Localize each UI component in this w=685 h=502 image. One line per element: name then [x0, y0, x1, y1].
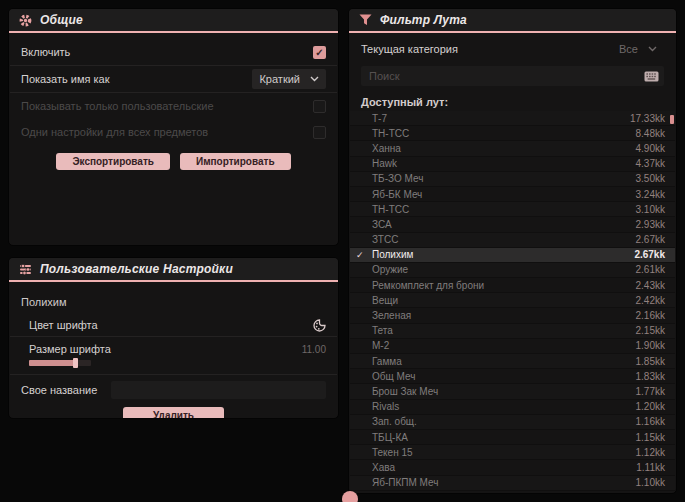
scrollbar-thumb[interactable]: [670, 115, 674, 124]
loot-row[interactable]: ТБ-ЗО Меч3.50kk: [350, 172, 675, 187]
loot-filter-panel: Фильтр Лута Текущая категория Все: [348, 8, 677, 494]
gear-icon: [19, 14, 32, 27]
display-name-value: Краткий: [259, 73, 300, 85]
loot-item-value: 2.93kk: [636, 219, 665, 230]
search-input[interactable]: [369, 70, 644, 82]
loot-item-value: 3.50kk: [636, 173, 665, 184]
font-color-label: Цвет шрифта: [29, 319, 98, 331]
loot-item-name: Т-7: [372, 113, 630, 124]
loot-row[interactable]: ЗСА2.93kk: [350, 217, 675, 232]
loot-row[interactable]: ТН-ТСС3.10kk: [350, 202, 675, 217]
loot-item-value: 1.15kk: [636, 432, 665, 443]
loot-row[interactable]: Гамма1.85kk: [350, 354, 675, 369]
palette-icon[interactable]: [313, 319, 326, 332]
loot-row[interactable]: ТН-ТСС8.48kk: [350, 126, 675, 141]
loot-row[interactable]: Зап. общ.1.16kk: [350, 415, 675, 430]
custom-settings-header: Пользовательские Настройки: [9, 258, 338, 282]
loot-row[interactable]: Текен 151.12kk: [350, 445, 675, 460]
loot-row[interactable]: Ремкомплект для брони2.43kk: [350, 278, 675, 293]
panel-title: Фильтр Лута: [380, 13, 467, 27]
loot-item-name: Полихим: [372, 249, 634, 260]
category-row: Текущая категория Все: [349, 37, 676, 61]
custom-name-row: Свое название: [9, 375, 338, 405]
delete-button[interactable]: Удалить: [123, 407, 224, 419]
loot-list: Т-717.33kkТН-ТСС8.48kkХанна4.90kkHawk4.3…: [350, 111, 675, 491]
loot-row[interactable]: Оружие2.61kk: [350, 263, 675, 278]
category-dropdown[interactable]: Все: [612, 39, 664, 59]
search-box: [361, 66, 664, 86]
export-button[interactable]: Экспортировать: [56, 153, 170, 170]
same-settings-checkbox[interactable]: [313, 126, 326, 139]
loot-row[interactable]: Ханна4.90kk: [350, 141, 675, 156]
loot-item-name: Hawk: [372, 158, 636, 169]
font-size-label: Размер шрифта: [29, 343, 111, 355]
loot-row[interactable]: Rivals1.20kk: [350, 400, 675, 415]
loot-filter-header: Фильтр Лута: [349, 9, 676, 33]
loot-row[interactable]: Зеленая2.16kk: [350, 308, 675, 323]
loot-row[interactable]: Т-717.33kk: [350, 111, 675, 126]
loot-row[interactable]: ТБЦ-КА1.15kk: [350, 430, 675, 445]
font-size-slider[interactable]: [29, 360, 91, 366]
slider-fill: [29, 360, 77, 366]
loot-row[interactable]: М-21.90kk: [350, 339, 675, 354]
loot-row[interactable]: Hawk4.37kk: [350, 157, 675, 172]
loot-item-name: ТН-ТСС: [372, 128, 636, 139]
loot-item-name: Яб-БК Меч: [372, 189, 636, 200]
loot-row[interactable]: Брош Зак Меч1.77kk: [350, 384, 675, 399]
chevron-down-icon: [648, 46, 657, 52]
loot-item-name: Текен 15: [372, 447, 636, 458]
custom-settings-panel: Пользовательские Настройки Полихим Цвет …: [8, 257, 339, 419]
selected-check-icon: ✓: [356, 250, 372, 260]
available-loot-label: Доступный лут:: [349, 92, 676, 111]
panel-title: Общие: [40, 13, 83, 27]
same-settings-label: Одни настройки для всех предметов: [21, 126, 208, 138]
loot-item-value: 1.77kk: [636, 386, 665, 397]
display-name-dropdown[interactable]: Краткий: [252, 69, 326, 89]
category-value: Все: [619, 43, 638, 55]
import-button[interactable]: Импортировать: [180, 153, 291, 170]
loot-row[interactable]: Яб-БК Меч3.24kk: [350, 187, 675, 202]
loot-item-name: ТБ-ЗО Меч: [372, 173, 636, 184]
only-custom-label: Показывать только пользовательские: [21, 100, 214, 112]
loot-row[interactable]: Общ Меч1.83kk: [350, 369, 675, 384]
loot-item-value: 1.83kk: [636, 371, 665, 382]
loot-item-name: Оружие: [372, 264, 636, 275]
keyboard-icon[interactable]: [644, 71, 659, 82]
loot-item-name: Хава: [372, 462, 636, 473]
loot-row[interactable]: Яб-ПКПМ Меч1.10kk: [350, 476, 675, 491]
loot-row[interactable]: ✓Полихим2.67kk: [350, 248, 675, 263]
enable-checkbox[interactable]: ✓: [313, 46, 326, 59]
loot-item-name: Вещи: [372, 295, 636, 306]
loot-item-value: 17.33kk: [630, 113, 665, 124]
same-settings-row: Одни настройки для всех предметов: [9, 119, 338, 145]
loot-row[interactable]: Тета2.15kk: [350, 324, 675, 339]
loot-item-name: Тета: [372, 325, 636, 336]
slider-handle[interactable]: [73, 358, 78, 368]
general-panel-header: Общие: [9, 9, 338, 33]
loot-item-name: Брош Зак Меч: [372, 386, 636, 397]
display-name-row: Показать имя как Краткий: [9, 66, 338, 92]
general-panel: Общие Включить ✓ Показать имя как Кратки…: [8, 8, 339, 246]
loot-item-name: Rivals: [372, 401, 636, 412]
loot-row[interactable]: Хава1.11kk: [350, 460, 675, 475]
sliders-icon: [19, 263, 32, 276]
loot-item-value: 2.67kk: [636, 234, 665, 245]
loot-item-value: 1.85kk: [636, 356, 665, 367]
loot-item-name: ЗСА: [372, 219, 636, 230]
loot-item-value: 1.20kk: [636, 401, 665, 412]
floating-marker-dot[interactable]: [342, 491, 358, 502]
loot-item-value: 4.90kk: [636, 143, 665, 154]
loot-item-value: 1.90kk: [636, 340, 665, 351]
loot-item-value: 1.12kk: [636, 447, 665, 458]
enable-row: Включить ✓: [9, 39, 338, 65]
loot-item-name: Ханна: [372, 143, 636, 154]
loot-item-value: 2.16kk: [636, 310, 665, 321]
category-label: Текущая категория: [361, 43, 458, 55]
loot-item-name: ТБЦ-КА: [372, 432, 636, 443]
loot-row[interactable]: Вещи2.42kk: [350, 293, 675, 308]
export-import-row: Экспортировать Импортировать: [9, 145, 338, 180]
only-custom-row: Показывать только пользовательские: [9, 93, 338, 119]
custom-name-input[interactable]: [111, 381, 326, 399]
only-custom-checkbox[interactable]: [313, 100, 326, 113]
loot-row[interactable]: ЗТСС2.67kk: [350, 233, 675, 248]
